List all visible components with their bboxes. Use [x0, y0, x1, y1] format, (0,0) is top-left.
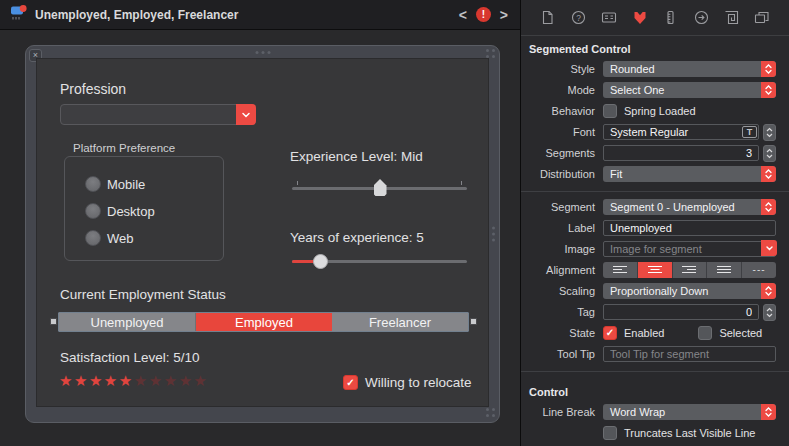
scaling-popup[interactable]: Proportionally Down [603, 283, 776, 299]
slider-thumb[interactable] [374, 179, 387, 196]
radio-mobile-label: Mobile [107, 177, 145, 192]
align-justify-icon[interactable] [707, 262, 742, 278]
alignment-label: Alignment [525, 264, 603, 276]
star-icon[interactable]: ★ [89, 372, 104, 389]
row-mode: Mode Select One [521, 82, 789, 98]
relocate-checkbox-row[interactable]: ✓ Willing to relocate [343, 375, 472, 390]
frame-grip-top [255, 51, 270, 54]
section-header-control: Control [521, 379, 789, 404]
attributes-inspector: ? [521, 0, 789, 446]
segment-employed[interactable]: Employed [196, 313, 332, 331]
segment-title-field[interactable] [603, 220, 776, 236]
quick-help-inspector-icon[interactable]: ? [570, 10, 587, 26]
star-icon[interactable]: ★ [164, 372, 179, 389]
segmented-control-icon [10, 4, 28, 25]
popup-chevrons-icon [761, 199, 776, 215]
combobox-dropdown-icon[interactable] [236, 104, 256, 125]
xcode-interface-builder: Unemployed, Employed, Freelancer < ! > ×… [0, 0, 789, 446]
radio-mobile[interactable]: Mobile [85, 176, 145, 192]
mode-popup[interactable]: Select One [603, 82, 776, 98]
tag-field[interactable] [603, 304, 759, 320]
identity-inspector-icon[interactable] [600, 10, 617, 26]
alignment-segmented-control: --- [603, 262, 776, 278]
size-inspector-icon[interactable] [662, 10, 679, 26]
star-icon[interactable]: ★ [179, 372, 194, 389]
radio-icon[interactable] [85, 230, 101, 246]
enabled-checkbox[interactable]: ✓ [603, 326, 617, 340]
selected-label: Selected [719, 327, 762, 339]
employment-segmented-control: Unemployed Employed Freelancer [58, 312, 469, 332]
profession-combobox[interactable] [60, 104, 256, 125]
align-left-icon[interactable] [603, 262, 638, 278]
segment-unemployed[interactable]: Unemployed [59, 313, 196, 331]
tag-stepper[interactable] [763, 304, 776, 321]
row-truncates: Truncates Last Visible Line [521, 425, 789, 441]
star-icon[interactable]: ★ [194, 372, 209, 389]
segments-count-field[interactable] [603, 145, 759, 161]
radio-web[interactable]: Web [85, 230, 134, 246]
segments-stepper[interactable] [763, 145, 776, 162]
radio-desktop-label: Desktop [107, 204, 155, 219]
row-segments: Segments [521, 145, 789, 161]
selection-handle-right[interactable] [470, 318, 477, 325]
line-break-popup[interactable]: Word Wrap [603, 404, 776, 420]
file-inspector-icon[interactable] [539, 10, 556, 26]
row-distribution: Distribution Fit [521, 166, 789, 182]
platform-preference-title: Platform Preference [73, 142, 175, 154]
row-style: Style Rounded [521, 61, 789, 77]
frame-grip-right [492, 227, 495, 242]
truncates-checkbox[interactable] [603, 426, 617, 440]
svg-text:?: ? [576, 13, 581, 23]
experience-level-slider[interactable] [292, 178, 467, 198]
error-badge[interactable]: ! [476, 7, 491, 22]
spring-loaded-checkbox[interactable] [603, 104, 617, 118]
radio-desktop[interactable]: Desktop [85, 203, 155, 219]
radio-icon[interactable] [85, 203, 101, 219]
tooltip-field[interactable] [603, 346, 776, 362]
segments-label: Segments [525, 147, 603, 159]
relocate-checkbox[interactable]: ✓ [343, 375, 358, 390]
star-icon[interactable]: ★ [149, 372, 164, 389]
star-icon[interactable]: ★ [119, 372, 134, 389]
tag-label: Tag [525, 306, 603, 318]
ib-window-frame[interactable]: × Profession Platform Preference [25, 45, 500, 423]
connections-inspector-icon[interactable] [693, 10, 710, 26]
years-of-experience-slider[interactable] [292, 251, 467, 271]
distribution-label: Distribution [525, 168, 603, 180]
behavior-label: Behavior [525, 105, 603, 117]
selection-handle-left[interactable] [50, 318, 57, 325]
spring-loaded-label: Spring Loaded [624, 105, 696, 117]
font-stepper[interactable] [763, 124, 776, 141]
font-field[interactable] [603, 124, 759, 140]
star-icon[interactable]: ★ [104, 372, 119, 389]
hierarchy-inspector-icon[interactable] [723, 10, 740, 26]
attributes-inspector-icon[interactable] [631, 10, 648, 26]
distribution-popup[interactable]: Fit [603, 166, 776, 182]
style-popup[interactable]: Rounded [603, 61, 776, 77]
selected-checkbox[interactable] [698, 326, 712, 340]
font-panel-icon[interactable]: T [742, 126, 757, 138]
windows-inspector-icon[interactable] [754, 10, 771, 26]
tooltip-label: Tool Tip [525, 348, 603, 360]
segment-popup[interactable]: Segment 0 - Unemployed [603, 199, 776, 215]
align-center-icon[interactable] [638, 262, 673, 278]
align-natural-icon[interactable]: --- [742, 262, 776, 278]
inspector-tab-bar: ? [521, 0, 789, 36]
editor-pane: Unemployed, Employed, Freelancer < ! > ×… [0, 0, 521, 446]
align-right-icon[interactable] [673, 262, 708, 278]
back-chevron-icon[interactable]: < [457, 7, 469, 23]
segment-freelancer[interactable]: Freelancer [332, 313, 468, 331]
star-icon[interactable]: ★ [74, 372, 89, 389]
star-icon[interactable]: ★ [59, 372, 74, 389]
slider-thumb[interactable] [313, 254, 328, 269]
section-header-segmented-control: Segmented Control [521, 36, 789, 61]
document-title[interactable]: Unemployed, Employed, Freelancer [35, 8, 238, 22]
combobox-dropdown-icon[interactable] [761, 240, 777, 256]
forward-chevron-icon[interactable]: > [498, 7, 510, 23]
star-rating[interactable]: ★★★★★★★★★★ [59, 372, 209, 390]
row-image: Image [521, 241, 789, 257]
image-combobox[interactable] [603, 241, 776, 257]
frame-grip-bottom-right [486, 408, 495, 417]
radio-icon[interactable] [85, 176, 101, 192]
star-icon[interactable]: ★ [134, 372, 149, 389]
